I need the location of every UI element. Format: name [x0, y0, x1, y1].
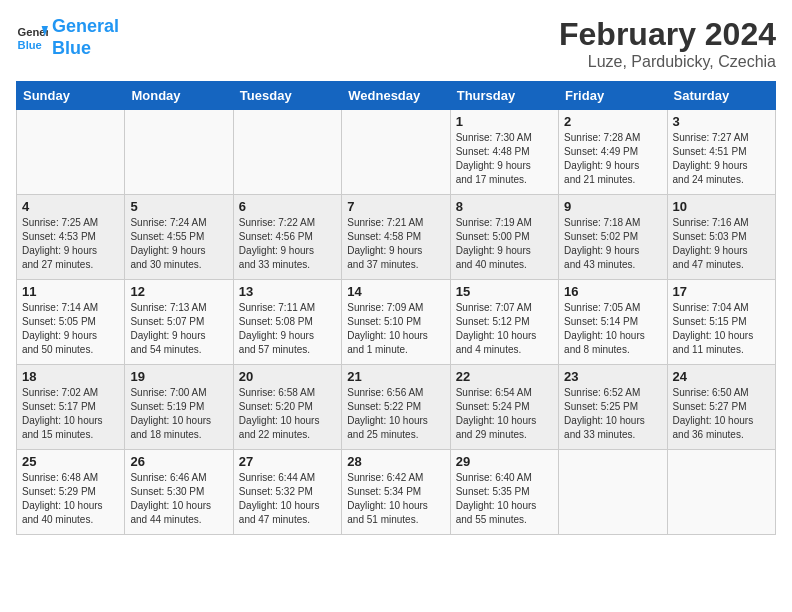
logo-general: General: [52, 16, 119, 36]
day-info: Sunrise: 7:30 AMSunset: 4:48 PMDaylight:…: [456, 131, 553, 187]
day-info: Sunrise: 6:54 AMSunset: 5:24 PMDaylight:…: [456, 386, 553, 442]
calendar-table: SundayMondayTuesdayWednesdayThursdayFrid…: [16, 81, 776, 535]
weekday-header-sunday: Sunday: [17, 82, 125, 110]
calendar-cell: 8Sunrise: 7:19 AMSunset: 5:00 PMDaylight…: [450, 195, 558, 280]
calendar-cell: 27Sunrise: 6:44 AMSunset: 5:32 PMDayligh…: [233, 450, 341, 535]
day-number: 11: [22, 284, 119, 299]
calendar-cell: 24Sunrise: 6:50 AMSunset: 5:27 PMDayligh…: [667, 365, 775, 450]
day-number: 21: [347, 369, 444, 384]
calendar-cell: 17Sunrise: 7:04 AMSunset: 5:15 PMDayligh…: [667, 280, 775, 365]
calendar-cell: 26Sunrise: 6:46 AMSunset: 5:30 PMDayligh…: [125, 450, 233, 535]
calendar-cell: 19Sunrise: 7:00 AMSunset: 5:19 PMDayligh…: [125, 365, 233, 450]
calendar-cell: 9Sunrise: 7:18 AMSunset: 5:02 PMDaylight…: [559, 195, 667, 280]
calendar-cell: [17, 110, 125, 195]
day-info: Sunrise: 7:05 AMSunset: 5:14 PMDaylight:…: [564, 301, 661, 357]
calendar-cell: 23Sunrise: 6:52 AMSunset: 5:25 PMDayligh…: [559, 365, 667, 450]
weekday-header-tuesday: Tuesday: [233, 82, 341, 110]
day-number: 19: [130, 369, 227, 384]
calendar-cell: [125, 110, 233, 195]
day-number: 15: [456, 284, 553, 299]
day-number: 1: [456, 114, 553, 129]
day-info: Sunrise: 7:24 AMSunset: 4:55 PMDaylight:…: [130, 216, 227, 272]
calendar-cell: 7Sunrise: 7:21 AMSunset: 4:58 PMDaylight…: [342, 195, 450, 280]
day-number: 24: [673, 369, 770, 384]
weekday-header-friday: Friday: [559, 82, 667, 110]
day-info: Sunrise: 6:42 AMSunset: 5:34 PMDaylight:…: [347, 471, 444, 527]
month-year: February 2024: [559, 16, 776, 53]
day-number: 7: [347, 199, 444, 214]
weekday-header-monday: Monday: [125, 82, 233, 110]
day-number: 29: [456, 454, 553, 469]
calendar-cell: 5Sunrise: 7:24 AMSunset: 4:55 PMDaylight…: [125, 195, 233, 280]
day-number: 3: [673, 114, 770, 129]
calendar-cell: 21Sunrise: 6:56 AMSunset: 5:22 PMDayligh…: [342, 365, 450, 450]
day-number: 5: [130, 199, 227, 214]
calendar-cell: 25Sunrise: 6:48 AMSunset: 5:29 PMDayligh…: [17, 450, 125, 535]
calendar-cell: 3Sunrise: 7:27 AMSunset: 4:51 PMDaylight…: [667, 110, 775, 195]
weekday-header-row: SundayMondayTuesdayWednesdayThursdayFrid…: [17, 82, 776, 110]
day-number: 9: [564, 199, 661, 214]
header: General Blue General Blue February 2024 …: [16, 16, 776, 71]
calendar-cell: 29Sunrise: 6:40 AMSunset: 5:35 PMDayligh…: [450, 450, 558, 535]
calendar-cell: [233, 110, 341, 195]
calendar-week-3: 11Sunrise: 7:14 AMSunset: 5:05 PMDayligh…: [17, 280, 776, 365]
day-info: Sunrise: 7:18 AMSunset: 5:02 PMDaylight:…: [564, 216, 661, 272]
weekday-header-saturday: Saturday: [667, 82, 775, 110]
day-number: 23: [564, 369, 661, 384]
calendar-cell: 13Sunrise: 7:11 AMSunset: 5:08 PMDayligh…: [233, 280, 341, 365]
day-number: 13: [239, 284, 336, 299]
title-area: February 2024 Luze, Pardubicky, Czechia: [559, 16, 776, 71]
day-info: Sunrise: 6:44 AMSunset: 5:32 PMDaylight:…: [239, 471, 336, 527]
logo: General Blue General Blue: [16, 16, 119, 59]
calendar-cell: 6Sunrise: 7:22 AMSunset: 4:56 PMDaylight…: [233, 195, 341, 280]
calendar-cell: 22Sunrise: 6:54 AMSunset: 5:24 PMDayligh…: [450, 365, 558, 450]
day-info: Sunrise: 6:56 AMSunset: 5:22 PMDaylight:…: [347, 386, 444, 442]
svg-text:Blue: Blue: [18, 39, 42, 51]
day-info: Sunrise: 7:27 AMSunset: 4:51 PMDaylight:…: [673, 131, 770, 187]
calendar-week-4: 18Sunrise: 7:02 AMSunset: 5:17 PMDayligh…: [17, 365, 776, 450]
weekday-header-thursday: Thursday: [450, 82, 558, 110]
calendar-cell: 15Sunrise: 7:07 AMSunset: 5:12 PMDayligh…: [450, 280, 558, 365]
day-number: 10: [673, 199, 770, 214]
day-info: Sunrise: 7:19 AMSunset: 5:00 PMDaylight:…: [456, 216, 553, 272]
logo-blue: Blue: [52, 38, 91, 58]
calendar-cell: 18Sunrise: 7:02 AMSunset: 5:17 PMDayligh…: [17, 365, 125, 450]
day-number: 28: [347, 454, 444, 469]
weekday-header-wednesday: Wednesday: [342, 82, 450, 110]
logo-text: General Blue: [52, 16, 119, 59]
calendar-cell: 2Sunrise: 7:28 AMSunset: 4:49 PMDaylight…: [559, 110, 667, 195]
day-number: 16: [564, 284, 661, 299]
location: Luze, Pardubicky, Czechia: [559, 53, 776, 71]
day-info: Sunrise: 7:00 AMSunset: 5:19 PMDaylight:…: [130, 386, 227, 442]
calendar-week-2: 4Sunrise: 7:25 AMSunset: 4:53 PMDaylight…: [17, 195, 776, 280]
logo-icon: General Blue: [16, 22, 48, 54]
calendar-cell: 16Sunrise: 7:05 AMSunset: 5:14 PMDayligh…: [559, 280, 667, 365]
calendar-week-1: 1Sunrise: 7:30 AMSunset: 4:48 PMDaylight…: [17, 110, 776, 195]
day-number: 8: [456, 199, 553, 214]
day-info: Sunrise: 7:07 AMSunset: 5:12 PMDaylight:…: [456, 301, 553, 357]
day-info: Sunrise: 7:11 AMSunset: 5:08 PMDaylight:…: [239, 301, 336, 357]
day-number: 17: [673, 284, 770, 299]
calendar-cell: 28Sunrise: 6:42 AMSunset: 5:34 PMDayligh…: [342, 450, 450, 535]
day-info: Sunrise: 7:13 AMSunset: 5:07 PMDaylight:…: [130, 301, 227, 357]
calendar-cell: 20Sunrise: 6:58 AMSunset: 5:20 PMDayligh…: [233, 365, 341, 450]
day-number: 12: [130, 284, 227, 299]
day-info: Sunrise: 7:02 AMSunset: 5:17 PMDaylight:…: [22, 386, 119, 442]
day-number: 14: [347, 284, 444, 299]
day-number: 2: [564, 114, 661, 129]
calendar-week-5: 25Sunrise: 6:48 AMSunset: 5:29 PMDayligh…: [17, 450, 776, 535]
day-info: Sunrise: 7:09 AMSunset: 5:10 PMDaylight:…: [347, 301, 444, 357]
day-info: Sunrise: 7:16 AMSunset: 5:03 PMDaylight:…: [673, 216, 770, 272]
calendar-cell: 14Sunrise: 7:09 AMSunset: 5:10 PMDayligh…: [342, 280, 450, 365]
day-number: 20: [239, 369, 336, 384]
day-info: Sunrise: 6:48 AMSunset: 5:29 PMDaylight:…: [22, 471, 119, 527]
day-info: Sunrise: 7:22 AMSunset: 4:56 PMDaylight:…: [239, 216, 336, 272]
day-info: Sunrise: 6:58 AMSunset: 5:20 PMDaylight:…: [239, 386, 336, 442]
calendar-cell: [342, 110, 450, 195]
day-info: Sunrise: 6:52 AMSunset: 5:25 PMDaylight:…: [564, 386, 661, 442]
calendar-cell: [559, 450, 667, 535]
day-number: 27: [239, 454, 336, 469]
day-info: Sunrise: 7:25 AMSunset: 4:53 PMDaylight:…: [22, 216, 119, 272]
calendar-cell: 1Sunrise: 7:30 AMSunset: 4:48 PMDaylight…: [450, 110, 558, 195]
day-info: Sunrise: 7:28 AMSunset: 4:49 PMDaylight:…: [564, 131, 661, 187]
